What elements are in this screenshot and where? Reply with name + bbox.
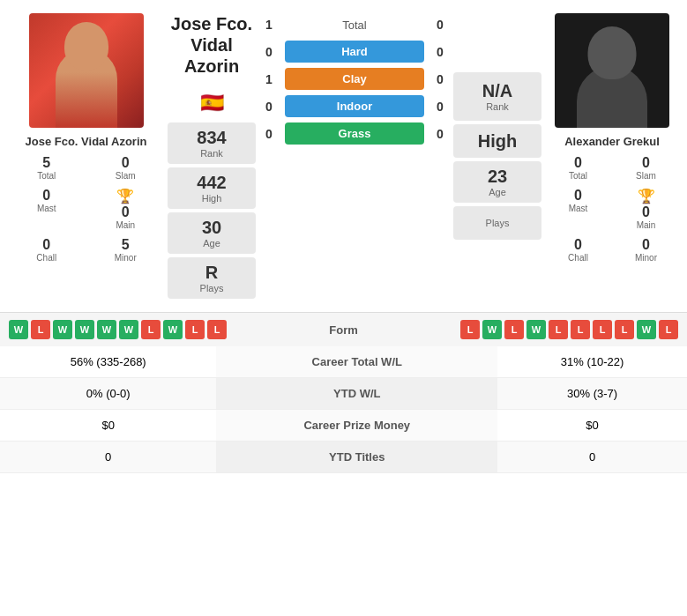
form-badge-l: L (659, 320, 678, 339)
form-badge-l: L (593, 320, 612, 339)
stat-chall-right: 0 Chall (546, 235, 610, 264)
clay-button[interactable]: Clay (285, 68, 424, 90)
form-badge-w: W (9, 320, 28, 339)
grass-row: 0 Grass 0 (260, 122, 449, 145)
stat-mast-right: 0 Mast (546, 186, 610, 232)
stat-right-value: 0 (497, 442, 687, 473)
hard-button[interactable]: Hard (285, 41, 424, 63)
clay-row: 1 Clay 0 (260, 68, 449, 90)
right-center-stats: N/A Rank High 23 Age Plays (453, 13, 541, 299)
player-right-photo (555, 13, 669, 128)
stats-row: 0% (0-0)YTD W/L30% (3-7) (0, 378, 687, 410)
player-right: Alexander Grekul 0 Total 0 Slam 0 Mast 🏆… (546, 13, 678, 299)
grass-button[interactable]: Grass (285, 122, 424, 145)
form-badges-right: LWLWLLLLWL (460, 320, 678, 339)
right-age-box: 23 Age (453, 161, 541, 203)
form-badge-l: L (460, 320, 480, 339)
player-left-stats: 5 Total 0 Slam 0 Mast 🏆 0 Main 0 (9, 153, 163, 264)
main-container: Jose Fco. Vidal Azorin 5 Total 0 Slam 0 … (0, 0, 687, 473)
player-right-name: Alexander Grekul (564, 135, 660, 148)
stat-minor-left: 5 Minor (88, 235, 164, 264)
form-badge-l: L (185, 320, 205, 339)
stat-right-value: $0 (497, 410, 687, 442)
trophy-icon-right: 🏆 (638, 188, 655, 204)
form-badge-w: W (97, 320, 116, 339)
form-badge-l: L (615, 320, 634, 339)
form-badge-w: W (482, 320, 502, 339)
stat-left-value: 56% (335-268) (0, 346, 216, 378)
indoor-button[interactable]: Indoor (285, 95, 424, 117)
stat-chall-left: 0 Chall (9, 235, 85, 264)
stats-row: 56% (335-268)Career Total W/L31% (10-22) (0, 346, 687, 378)
stat-total-left: 5 Total (9, 153, 85, 182)
right-rank-box: N/A Rank (453, 72, 541, 121)
stats-row: 0YTD Titles0 (0, 442, 687, 473)
form-section: WLWWWWLWLL Form LWLWLLLLWL (0, 312, 687, 346)
form-badge-w: W (163, 320, 183, 339)
center-left-stats: Jose Fco. Vidal Azorin 🇪🇸 834 Rank 442 H… (168, 13, 256, 299)
stat-center-label: Career Total W/L (216, 346, 497, 378)
form-badge-l: L (549, 320, 568, 339)
form-badge-l: L (207, 320, 227, 339)
form-badge-l: L (571, 320, 590, 339)
left-flag: 🇪🇸 (168, 92, 256, 115)
stat-main-right: 🏆 0 Main (614, 186, 678, 232)
form-badges-left: WLWWWWLWLL (9, 320, 227, 339)
stat-left-value: 0% (0-0) (0, 378, 216, 410)
left-rank-box: 834 Rank (168, 122, 256, 164)
left-plays-box: R Plays (168, 257, 256, 299)
left-player-title: Jose Fco. Vidal Azorin (168, 13, 256, 77)
total-row: 1 Total 0 (260, 18, 449, 32)
stat-minor-right: 0 Minor (614, 235, 678, 264)
form-badge-w: W (526, 320, 546, 339)
player-left-photo (29, 13, 144, 128)
stat-left-value: 0 (0, 442, 216, 473)
player-left-name: Jose Fco. Vidal Azorin (26, 135, 147, 148)
form-label: Form (235, 323, 452, 337)
player-right-stats: 0 Total 0 Slam 0 Mast 🏆 0 Main 0 (546, 153, 678, 264)
comparison-section: Jose Fco. Vidal Azorin 5 Total 0 Slam 0 … (0, 0, 687, 312)
stat-left-value: $0 (0, 410, 216, 442)
stat-main-left: 🏆 0 Main (88, 186, 164, 232)
trophy-icon-left: 🏆 (116, 188, 134, 204)
indoor-row: 0 Indoor 0 (260, 95, 449, 117)
form-badge-w: W (53, 320, 72, 339)
stat-total-right: 0 Total (546, 153, 610, 182)
middle-comparison: 1 Total 0 0 Hard 0 1 Clay 0 0 Indoor 0 0 (260, 13, 449, 299)
form-badge-l: L (31, 320, 50, 339)
form-badge-w: W (637, 320, 656, 339)
player-left: Jose Fco. Vidal Azorin 5 Total 0 Slam 0 … (9, 13, 163, 299)
stat-right-value: 30% (3-7) (497, 378, 687, 410)
stat-center-label: YTD Titles (216, 442, 497, 473)
stat-center-label: YTD W/L (216, 378, 497, 410)
form-badge-w: W (119, 320, 138, 339)
stat-slam-left: 0 Slam (88, 153, 164, 182)
right-high-box: High (453, 124, 541, 158)
left-age-box: 30 Age (168, 212, 256, 254)
form-badge-l: L (504, 320, 524, 339)
stat-mast-left: 0 Mast (9, 186, 85, 232)
stat-slam-right: 0 Slam (614, 153, 678, 182)
stat-center-label: Career Prize Money (216, 410, 497, 442)
form-badge-w: W (75, 320, 94, 339)
right-plays-box: Plays (453, 206, 541, 240)
form-badge-l: L (141, 320, 161, 339)
stats-table: 56% (335-268)Career Total W/L31% (10-22)… (0, 346, 687, 473)
hard-row: 0 Hard 0 (260, 41, 449, 63)
stats-row: $0Career Prize Money$0 (0, 410, 687, 442)
left-high-box: 442 High (168, 167, 256, 209)
stat-right-value: 31% (10-22) (497, 346, 687, 378)
